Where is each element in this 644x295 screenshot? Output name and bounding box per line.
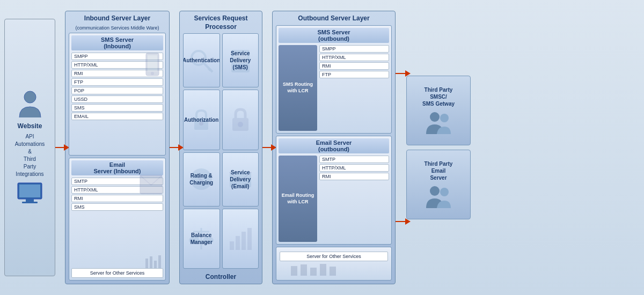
lock2-icon <box>227 106 254 133</box>
svg-rect-6 <box>148 55 157 71</box>
email-routing-box: Email Routingwith LCR <box>279 156 317 242</box>
srp-layer: Services Request Processor Authenticatio… <box>179 11 262 284</box>
outbound-other-container: Server for Other Services <box>276 247 392 281</box>
inbound-other-services: Server for Other Services <box>71 268 163 278</box>
email-outbound-protocols: SMTP HTTP/XML RMI <box>319 156 389 242</box>
phone-icon <box>142 52 163 82</box>
outbound-arrows <box>396 39 406 256</box>
svg-point-42 <box>440 188 449 196</box>
sms-outbound-title: SMS Server(outbound) <box>279 28 389 43</box>
email-out-proto-smtp: SMTP <box>319 156 389 163</box>
sms-inbound-title: SMS Server(Inbound) <box>71 35 163 50</box>
smsc-label: Third Party SMSC/ SMS Getway <box>422 86 455 107</box>
svg-point-0 <box>24 91 36 103</box>
svg-rect-4 <box>22 202 38 203</box>
sms-outbound-server: SMS Server(outbound) SMS Routingwith LCR… <box>276 25 392 134</box>
inbound-subtitle: (communication Services Middle Ware) <box>69 25 166 31</box>
srp-balance-label: BalanceManager <box>191 232 213 246</box>
sms-out-proto-ftp: FTP <box>319 71 389 78</box>
people-email-icon <box>425 185 452 209</box>
sms-out-proto-rmi: RMI <box>319 62 389 70</box>
arrow-to-smsc <box>396 39 406 108</box>
srp-sms-delivery-label: ServiceDelivery(SMS) <box>230 50 251 71</box>
sms-routing-box: SMS Routingwith LCR <box>279 45 317 131</box>
chart-icon <box>227 225 254 252</box>
srp-email-delivery: ServiceDelivery(Email) <box>222 152 259 206</box>
sms-out-proto-smpp: SMPP <box>319 45 389 53</box>
website-block: Website API Automations & Third Party In… <box>4 19 55 276</box>
svg-rect-36 <box>310 268 317 276</box>
email-outbound-title: Email Server(outbound) <box>279 138 389 153</box>
outbound-other-services: Server for Other Services <box>280 252 388 261</box>
proto-pop: POP <box>71 87 163 94</box>
proto-rmi2: RMI <box>71 195 163 202</box>
outbound-bars-icon <box>280 263 388 277</box>
svg-rect-10 <box>150 256 152 268</box>
spacer-arrow <box>396 113 406 182</box>
svg-point-22 <box>238 122 243 127</box>
arrow-to-email <box>396 187 406 256</box>
svg-rect-3 <box>26 199 34 202</box>
bars-icon <box>144 254 163 269</box>
main-diagram: Website API Automations & Third Party In… <box>0 0 644 295</box>
srp-chart-cell <box>222 209 259 269</box>
controller-label: Controller <box>183 273 259 281</box>
svg-rect-11 <box>154 261 157 268</box>
svg-point-39 <box>430 112 440 122</box>
arrow-srp-to-outbound <box>262 147 272 148</box>
svg-rect-32 <box>241 232 246 250</box>
srp-title: Services Request Processor <box>183 14 259 31</box>
svg-rect-34 <box>291 266 297 276</box>
inbound-title: Inbound Server Layer <box>69 14 166 23</box>
website-label: Website <box>18 122 42 130</box>
svg-rect-31 <box>236 236 240 250</box>
email-inbound-server: EmailServer (Inbound) SMTP HTTP/XML RMI … <box>69 158 166 281</box>
svg-rect-12 <box>158 255 161 268</box>
srp-auth-label: Authentication <box>183 57 220 64</box>
inbound-layer: Inbound Server Layer (communication Serv… <box>65 11 170 284</box>
svg-point-7 <box>151 72 154 75</box>
svg-rect-9 <box>145 259 148 268</box>
third-party-smsc: Third Party SMSC/ SMS Getway <box>406 76 471 145</box>
srp-authorization-label: Authorization <box>184 116 218 123</box>
sms-routing-label: SMS Routingwith LCR <box>283 82 313 94</box>
proto-email: EMAIL <box>71 113 163 120</box>
arrow-inbound-to-srp <box>170 147 179 148</box>
sms-inbound-server: SMS Server(Inbound) SMPP HTTP/XML RMI FT… <box>69 33 166 156</box>
svg-rect-35 <box>301 264 307 276</box>
svg-point-41 <box>430 186 440 196</box>
svg-rect-37 <box>320 264 326 276</box>
svg-rect-30 <box>230 241 234 250</box>
svg-rect-33 <box>247 228 252 250</box>
third-party-email: Third Party Email Server <box>406 150 471 219</box>
srp-authentication: Authentication <box>183 33 220 87</box>
proto-sms2: SMS <box>71 203 163 211</box>
third-party-area: Third Party SMSC/ SMS Getway Third Party… <box>406 76 471 219</box>
svg-rect-2 <box>19 185 40 197</box>
email-inbound-title: EmailServer (Inbound) <box>71 160 163 175</box>
people-smsc-icon <box>425 110 452 135</box>
srp-email-delivery-label: ServiceDelivery(Email) <box>230 169 251 190</box>
email-server-label: Third Party Email Server <box>425 160 453 181</box>
srp-sms-delivery: ServiceDelivery(SMS) <box>222 33 259 87</box>
email-out-proto-rmi: RMI <box>319 173 389 180</box>
srp-rating: $ Rating &Charging <box>183 152 220 206</box>
srp-authorization: Authorization <box>183 90 220 150</box>
email-out-proto-http: HTTP/XML <box>319 164 389 172</box>
sms-out-proto-http: HTTP/XML <box>319 54 389 61</box>
srp-lock-cell <box>222 90 259 150</box>
sms-outbound-protocols: SMPP HTTP/XML RMI FTP <box>319 45 389 131</box>
email-routing-label: Email Routingwith LCR <box>282 193 314 205</box>
svg-line-14 <box>204 63 213 72</box>
proto-ussd: USSD <box>71 95 163 103</box>
svg-rect-38 <box>330 267 336 276</box>
svg-point-40 <box>440 114 449 122</box>
outbound-layer: Outbound Server Layer SMS Server(outboun… <box>272 11 396 284</box>
website-sublabel: API Automations & Third Party Integratio… <box>15 133 45 178</box>
person-icon <box>17 90 43 119</box>
arrow-website-to-inbound <box>55 147 65 148</box>
srp-rating-label: Rating &Charging <box>189 172 213 186</box>
outbound-title: Outbound Server Layer <box>276 14 392 23</box>
envelope-icon <box>139 174 163 195</box>
srp-balance: BalanceManager <box>183 209 220 269</box>
